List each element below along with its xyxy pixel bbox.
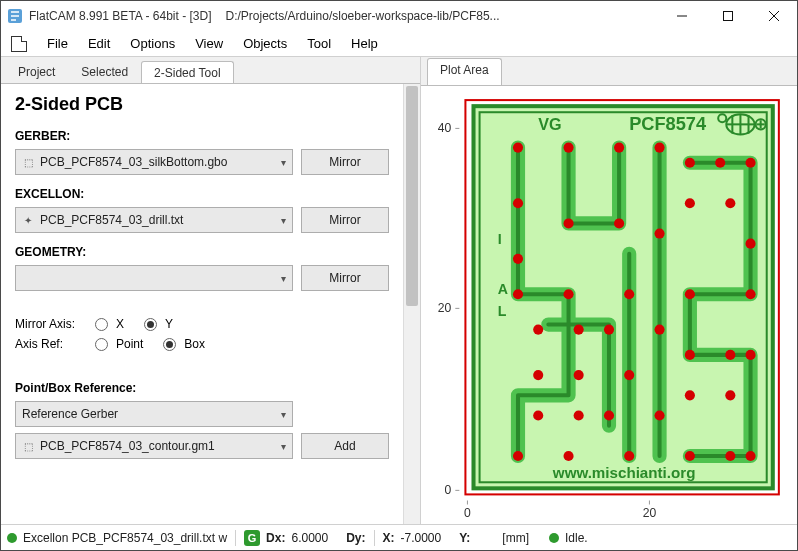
pcb-preview: VG PCF8574 I A L www.mischianti.org bbox=[474, 106, 773, 488]
svg-point-17 bbox=[715, 158, 725, 168]
x-value: -7.0000 bbox=[401, 531, 442, 545]
svg-point-16 bbox=[685, 158, 695, 168]
menu-file[interactable]: File bbox=[37, 33, 78, 54]
y-label: Y: bbox=[459, 531, 470, 545]
menu-objects[interactable]: Objects bbox=[233, 33, 297, 54]
scrollbar-thumb[interactable] bbox=[406, 86, 418, 306]
chevron-down-icon: ▾ bbox=[281, 273, 286, 284]
svg-point-14 bbox=[614, 143, 624, 153]
left-scrollbar[interactable] bbox=[403, 84, 420, 524]
svg-point-23 bbox=[725, 198, 735, 208]
chevron-down-icon: ▾ bbox=[281, 215, 286, 226]
combo-geometry[interactable]: ▾ bbox=[15, 265, 293, 291]
menu-options[interactable]: Options bbox=[120, 33, 185, 54]
svg-point-18 bbox=[745, 158, 755, 168]
svg-point-25 bbox=[654, 228, 664, 238]
menu-view[interactable]: View bbox=[185, 33, 233, 54]
mirror-geometry-button[interactable]: Mirror bbox=[301, 265, 389, 291]
window-title-path: D:/Projects/Arduino/sloeber-workspace-li… bbox=[226, 9, 500, 23]
svg-point-47 bbox=[654, 410, 664, 420]
svg-point-22 bbox=[685, 198, 695, 208]
app-icon bbox=[7, 8, 23, 24]
svg-text:A: A bbox=[498, 281, 508, 297]
x-tick: 0 bbox=[464, 506, 471, 520]
add-ref-button[interactable]: Add bbox=[301, 433, 389, 459]
svg-point-51 bbox=[685, 451, 695, 461]
y-tick: 0 bbox=[445, 483, 452, 497]
tab-2sided-tool[interactable]: 2-Sided Tool bbox=[141, 61, 234, 84]
combo-ref-object-value: PCB_PCF8574_03_contour.gm1 bbox=[40, 439, 215, 453]
tab-plot-area[interactable]: Plot Area bbox=[427, 58, 502, 86]
new-document-icon[interactable] bbox=[11, 36, 27, 52]
svg-point-38 bbox=[745, 350, 755, 360]
menu-edit[interactable]: Edit bbox=[78, 33, 120, 54]
gerber-layer-icon: ⬚ bbox=[22, 156, 34, 168]
svg-point-37 bbox=[725, 350, 735, 360]
radio-ref-box[interactable]: Box bbox=[163, 337, 205, 351]
svg-point-49 bbox=[563, 451, 573, 461]
combo-excellon[interactable]: ✦ PCB_PCF8574_03_drill.txt ▾ bbox=[15, 207, 293, 233]
maximize-button[interactable] bbox=[705, 1, 751, 31]
minimize-icon bbox=[677, 11, 687, 21]
svg-point-53 bbox=[745, 451, 755, 461]
tool-panel: 2-Sided PCB GERBER: ⬚ PCB_PCF8574_03_sil… bbox=[1, 84, 403, 524]
mirror-excellon-button[interactable]: Mirror bbox=[301, 207, 389, 233]
radio-mirror-x[interactable]: X bbox=[95, 317, 124, 331]
maximize-icon bbox=[723, 11, 733, 21]
combo-ref-object[interactable]: ⬚ PCB_PCF8574_03_contour.gm1 ▾ bbox=[15, 433, 293, 459]
x-label: X: bbox=[383, 531, 395, 545]
svg-point-35 bbox=[654, 325, 664, 335]
tab-project[interactable]: Project bbox=[5, 60, 68, 83]
svg-text:PCF8574: PCF8574 bbox=[629, 114, 707, 134]
svg-point-46 bbox=[604, 410, 614, 420]
menu-tool[interactable]: Tool bbox=[297, 33, 341, 54]
label-gerber: GERBER: bbox=[15, 129, 389, 143]
svg-point-15 bbox=[654, 143, 664, 153]
tool-title: 2-Sided PCB bbox=[15, 94, 389, 115]
svg-point-44 bbox=[533, 410, 543, 420]
combo-gerber[interactable]: ⬚ PCB_PCF8574_03_silkBottom.gbo ▾ bbox=[15, 149, 293, 175]
radio-ref-point[interactable]: Point bbox=[95, 337, 143, 351]
gerber-layer-icon: ⬚ bbox=[22, 440, 34, 452]
combo-ref-type[interactable]: Reference Gerber ▾ bbox=[15, 401, 293, 427]
svg-point-45 bbox=[574, 410, 584, 420]
combo-excellon-value: PCB_PCF8574_03_drill.txt bbox=[40, 213, 183, 227]
left-tabstrip: Project Selected 2-Sided Tool bbox=[1, 57, 420, 83]
svg-point-36 bbox=[685, 350, 695, 360]
plot-canvas[interactable]: 40 20 0 0 20 bbox=[427, 92, 791, 524]
status-bar: Excellon PCB_PCF8574_03_drill.txt w G Dx… bbox=[1, 524, 797, 550]
menu-bar: File Edit Options View Objects Tool Help bbox=[1, 31, 797, 57]
dy-label: Dy: bbox=[346, 531, 365, 545]
svg-point-19 bbox=[513, 198, 523, 208]
svg-point-29 bbox=[624, 289, 634, 299]
chevron-down-icon: ▾ bbox=[281, 157, 286, 168]
svg-point-21 bbox=[614, 218, 624, 228]
plot-area[interactable]: 40 20 0 0 20 bbox=[421, 85, 797, 524]
svg-point-31 bbox=[745, 289, 755, 299]
y-tick: 20 bbox=[438, 301, 452, 315]
combo-ref-type-value: Reference Gerber bbox=[22, 407, 118, 421]
svg-point-43 bbox=[725, 390, 735, 400]
label-excellon: EXCELLON: bbox=[15, 187, 389, 201]
right-tabstrip: Plot Area bbox=[421, 57, 797, 85]
svg-point-30 bbox=[685, 289, 695, 299]
idle-text: Idle. bbox=[565, 531, 588, 545]
svg-point-32 bbox=[533, 325, 543, 335]
units: [mm] bbox=[502, 531, 529, 545]
radio-mirror-y[interactable]: Y bbox=[144, 317, 173, 331]
idle-dot-icon bbox=[549, 533, 559, 543]
svg-point-48 bbox=[513, 451, 523, 461]
svg-point-52 bbox=[725, 451, 735, 461]
minimize-button[interactable] bbox=[659, 1, 705, 31]
g-badge-icon: G bbox=[244, 530, 260, 546]
svg-point-41 bbox=[624, 370, 634, 380]
tab-selected[interactable]: Selected bbox=[68, 60, 141, 83]
svg-point-20 bbox=[563, 218, 573, 228]
status-dot-icon bbox=[7, 533, 17, 543]
window-title-app: FlatCAM 8.991 BETA - 64bit - [3D] bbox=[29, 9, 212, 23]
mirror-gerber-button[interactable]: Mirror bbox=[301, 149, 389, 175]
svg-point-24 bbox=[513, 254, 523, 264]
menu-help[interactable]: Help bbox=[341, 33, 388, 54]
svg-point-28 bbox=[563, 289, 573, 299]
close-button[interactable] bbox=[751, 1, 797, 31]
